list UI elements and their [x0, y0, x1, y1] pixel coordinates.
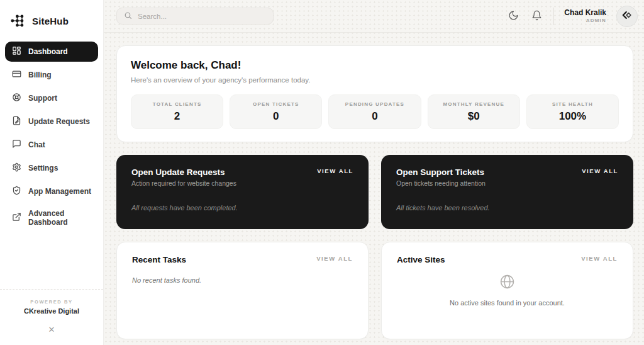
header-divider	[553, 8, 554, 25]
empty-message: No recent tasks found.	[132, 276, 353, 284]
stat-label: MONTHLY REVENUE	[443, 101, 504, 107]
gear-icon	[12, 162, 21, 174]
empty-message: All requests have been completed.	[131, 204, 353, 212]
search-icon	[124, 11, 132, 22]
panel-title: Recent Tasks	[132, 255, 186, 264]
user-name: Chad Kralik	[564, 8, 606, 18]
sidebar-item-settings[interactable]: Settings	[5, 158, 98, 178]
powered-by-label: POWERED BY	[0, 299, 103, 305]
sidebar-item-label: Chat	[28, 140, 45, 149]
sidebar-item-dashboard[interactable]: Dashboard	[5, 42, 98, 62]
brand-name: SiteHub	[32, 16, 69, 26]
avatar[interactable]	[616, 6, 638, 27]
search-box[interactable]	[116, 8, 274, 25]
bottom-panels-row: Recent Tasks VIEW ALL No recent tasks fo…	[116, 242, 633, 339]
stat-monthly-revenue: MONTHLY REVENUE $0	[428, 94, 520, 129]
close-icon[interactable]: ✕	[48, 325, 55, 334]
user-block: Chad Kralik ADMIN	[564, 8, 606, 24]
stat-value: 0	[273, 110, 279, 123]
panel-title: Open Update Requests	[131, 167, 236, 177]
welcome-card: Welcome back, Chad! Here's an overview o…	[116, 45, 633, 142]
recent-tasks-panel: Recent Tasks VIEW ALL No recent tasks fo…	[116, 242, 369, 339]
stat-label: OPEN TICKETS	[253, 101, 299, 107]
view-all-link[interactable]: VIEW ALL	[317, 167, 353, 174]
dark-mode-toggle[interactable]	[507, 9, 520, 24]
brand-logo[interactable]: SiteHub	[0, 9, 103, 42]
sidebar-item-label: Advanced Dashboard	[28, 209, 91, 227]
sidebar-item-support[interactable]: Support	[5, 88, 98, 108]
chat-bubble-icon	[12, 139, 21, 150]
bell-icon	[531, 10, 542, 23]
file-pen-icon	[12, 116, 21, 127]
dashboard-grid-icon	[12, 46, 21, 57]
stat-value: 100%	[559, 110, 586, 123]
empty-message: All tickets have been resolved.	[396, 204, 618, 212]
sidebar-item-label: Billing	[28, 71, 52, 79]
globe-icon	[499, 274, 515, 292]
stat-total-clients: TOTAL CLIENTS 2	[131, 94, 223, 129]
welcome-title: Welcome back, Chad!	[131, 59, 619, 72]
sidebar-item-label: Update Requests	[28, 117, 90, 126]
sidebar-item-label: App Management	[28, 187, 91, 196]
notifications-button[interactable]	[530, 9, 543, 24]
stat-value: 2	[174, 110, 180, 123]
stat-pending-updates: PENDING UPDATES 0	[328, 94, 421, 129]
header-right: Chad Kralik ADMIN	[507, 6, 638, 27]
sidebar-item-billing[interactable]: Billing	[5, 65, 98, 85]
sidebar-item-advanced-dashboard[interactable]: Advanced Dashboard	[5, 205, 98, 231]
sidebar-item-app-management[interactable]: App Management	[5, 181, 98, 201]
sitehub-logo-icon	[10, 13, 26, 29]
app-root: SiteHub Dashboard Billing	[0, 0, 644, 345]
sidebar-nav: Dashboard Billing Support	[0, 42, 103, 231]
dark-panels-row: Open Update Requests Action required for…	[116, 155, 633, 229]
powered-by-name: CKreative Digital	[0, 307, 103, 315]
panel-title: Active Sites	[397, 255, 445, 264]
panel-subtitle: Open tickets needing attention	[396, 179, 486, 187]
panel-subtitle: Action required for website changes	[131, 179, 236, 187]
active-sites-panel: Active Sites VIEW ALL No active sites fo…	[381, 242, 633, 339]
view-all-link[interactable]: VIEW ALL	[316, 255, 353, 262]
stat-open-tickets: OPEN TICKETS 0	[230, 94, 322, 129]
active-sites-empty-state: No active sites found in your account.	[397, 274, 618, 307]
search-input[interactable]	[138, 13, 266, 20]
shield-check-icon	[12, 186, 21, 197]
stat-value: 0	[372, 110, 377, 123]
top-header: Chad Kralik ADMIN	[104, 0, 644, 33]
open-support-tickets-panel: Open Support Tickets Open tickets needin…	[381, 155, 633, 229]
stat-label: SITE HEALTH	[552, 101, 593, 107]
welcome-subtitle: Here's an overview of your agency's perf…	[131, 76, 619, 84]
sidebar-item-label: Support	[28, 94, 57, 103]
sidebar-item-update-requests[interactable]: Update Requests	[5, 111, 98, 132]
moon-icon	[508, 10, 519, 23]
credit-card-icon	[12, 69, 21, 81]
view-all-link[interactable]: VIEW ALL	[582, 167, 618, 174]
panel-title: Open Support Tickets	[396, 167, 486, 177]
sidebar: SiteHub Dashboard Billing	[0, 0, 104, 345]
stat-site-health: SITE HEALTH 100%	[526, 94, 619, 129]
sidebar-item-chat[interactable]: Chat	[5, 135, 98, 155]
open-update-requests-panel: Open Update Requests Action required for…	[116, 155, 369, 229]
agency-logo-icon	[621, 9, 633, 24]
stats-row: TOTAL CLIENTS 2 OPEN TICKETS 0 PENDING U…	[131, 94, 619, 129]
main-area: Chad Kralik ADMIN Welcome back, Chad!	[104, 0, 644, 345]
stat-label: PENDING UPDATES	[345, 101, 404, 107]
lifebuoy-icon	[12, 93, 21, 104]
view-all-link[interactable]: VIEW ALL	[581, 255, 618, 262]
sidebar-footer: POWERED BY CKreative Digital ✕	[0, 289, 103, 335]
dashboard-content: Welcome back, Chad! Here's an overview o…	[104, 33, 644, 345]
stat-value: $0	[468, 110, 480, 123]
user-role: ADMIN	[564, 18, 606, 24]
empty-message: No active sites found in your account.	[450, 299, 565, 307]
stat-label: TOTAL CLIENTS	[153, 101, 202, 107]
sidebar-item-label: Settings	[28, 164, 58, 172]
external-link-icon	[12, 212, 21, 223]
sidebar-item-label: Dashboard	[28, 47, 68, 56]
